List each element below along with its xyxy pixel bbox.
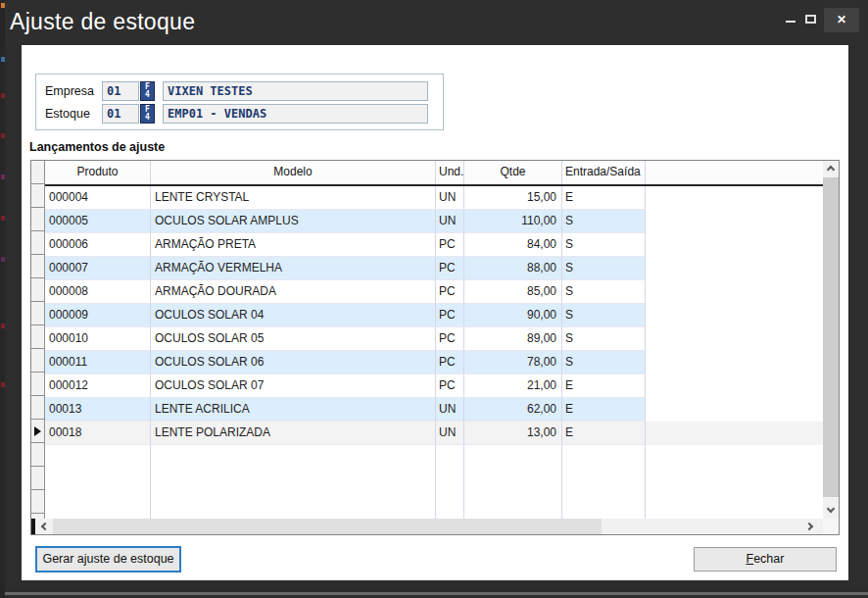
estoque-code-field[interactable]: 01	[102, 104, 139, 124]
table-row[interactable]: 000012 OCULOS SOLAR 07 PC 21,00 E	[45, 374, 823, 398]
cell-und[interactable]: PC	[436, 304, 464, 327]
scroll-down-icon[interactable]	[823, 502, 839, 519]
maximize-icon[interactable]	[805, 15, 816, 24]
cell-es[interactable]: S	[562, 210, 646, 233]
close-button-rest: echar	[753, 552, 784, 566]
cell-modelo[interactable]: LENTE ACRILICA	[151, 398, 436, 422]
col-header-blank	[646, 161, 823, 184]
empresa-label: Empresa	[45, 81, 96, 101]
table-row[interactable]: 000010 OCULOS SOLAR 05 PC 89,00 S	[45, 327, 823, 351]
close-form-button[interactable]: Fechar	[694, 547, 837, 572]
cell-qtde[interactable]: 110,00	[464, 210, 562, 233]
cell-produto[interactable]: 000006	[45, 233, 151, 257]
cell-produto[interactable]: 000004	[45, 186, 151, 210]
cell-es[interactable]: S	[562, 257, 646, 280]
cell-blank	[646, 351, 823, 374]
cell-und[interactable]: PC	[436, 374, 464, 398]
cell-es[interactable]: E	[562, 398, 646, 422]
cell-es[interactable]: S	[562, 351, 646, 374]
cell-qtde[interactable]: 89,00	[464, 327, 562, 351]
table-row[interactable]: 000007 ARMAÇÃO VERMELHA PC 88,00 S	[45, 257, 823, 280]
cell-es[interactable]: S	[562, 280, 646, 304]
grid-main: Produto Modelo Und. Qtde Entrada/Saída 0…	[45, 161, 823, 519]
cell-modelo[interactable]: ARMAÇÃO DOURADA	[151, 280, 436, 304]
cell-qtde[interactable]: 21,00	[464, 374, 562, 398]
col-header-modelo[interactable]: Modelo	[151, 161, 436, 184]
cell-es[interactable]: S	[562, 327, 646, 351]
cell-es[interactable]: E	[562, 374, 646, 398]
cell-produto[interactable]: 000011	[45, 351, 151, 374]
table-row[interactable]: 000009 OCULOS SOLAR 04 PC 90,00 S	[45, 304, 823, 327]
cell-modelo[interactable]: OCULOS SOLAR 07	[151, 374, 436, 398]
horizontal-scrollbar[interactable]	[31, 519, 839, 534]
empty-col	[436, 445, 464, 519]
empty-col	[464, 445, 562, 519]
scroll-right-icon[interactable]	[803, 519, 819, 534]
cell-und[interactable]: PC	[436, 351, 464, 374]
minimize-icon[interactable]	[786, 21, 796, 23]
table-row-selected[interactable]: 00018 LENTE POLARIZADA UN 13,00 E	[45, 422, 823, 445]
cell-modelo[interactable]: ARMAÇÃO VERMELHA	[151, 257, 436, 280]
cell-produto[interactable]: 000010	[45, 327, 151, 351]
cell-und[interactable]: PC	[436, 257, 464, 280]
col-header-und[interactable]: Und.	[436, 161, 464, 184]
horizontal-scroll-thumb[interactable]	[53, 519, 602, 534]
empresa-lookup-button[interactable]: F4	[140, 81, 155, 101]
cell-blank	[646, 280, 823, 304]
cell-qtde[interactable]: 90,00	[464, 304, 562, 327]
scroll-left-icon[interactable]	[36, 519, 52, 534]
empresa-name-field[interactable]: VIXEN TESTES	[163, 81, 428, 101]
cell-es[interactable]: S	[562, 233, 646, 257]
table-row[interactable]: 000004 LENTE CRYSTAL UN 15,00 E	[45, 186, 823, 210]
cell-und[interactable]: PC	[436, 280, 464, 304]
cell-produto[interactable]: 000005	[45, 210, 151, 233]
cell-und[interactable]: PC	[436, 327, 464, 351]
cell-modelo[interactable]: LENTE POLARIZADA	[151, 422, 436, 445]
cell-qtde[interactable]: 88,00	[464, 257, 562, 280]
table-row[interactable]: 00013 LENTE ACRILICA UN 62,00 E	[45, 398, 823, 422]
cell-qtde[interactable]: 84,00	[464, 233, 562, 257]
cell-es[interactable]: E	[562, 422, 646, 445]
cell-produto[interactable]: 00013	[45, 398, 151, 422]
cell-modelo[interactable]: OCULOS SOLAR 06	[151, 351, 436, 374]
table-row[interactable]: 000011 OCULOS SOLAR 06 PC 78,00 S	[45, 351, 823, 374]
close-icon[interactable]: ✕	[824, 8, 859, 32]
cell-qtde[interactable]: 62,00	[464, 398, 562, 422]
cell-und[interactable]: UN	[436, 186, 464, 210]
cell-und[interactable]: UN	[436, 210, 464, 233]
cell-es[interactable]: E	[562, 186, 646, 210]
cell-qtde[interactable]: 15,00	[464, 186, 562, 210]
table-row[interactable]: 000008 ARMAÇÃO DOURADA PC 85,00 S	[45, 280, 823, 304]
cell-produto[interactable]: 000012	[45, 374, 151, 398]
empresa-code-field[interactable]: 01	[102, 81, 139, 101]
col-header-produto[interactable]: Produto	[45, 161, 151, 184]
cell-und[interactable]: PC	[436, 233, 464, 257]
vertical-scrollbar[interactable]	[823, 161, 839, 519]
cell-qtde[interactable]: 78,00	[464, 351, 562, 374]
table-row[interactable]: 000006 ARMAÇÃO PRETA PC 84,00 S	[45, 233, 823, 257]
cell-produto[interactable]: 000007	[45, 257, 151, 280]
estoque-name-field[interactable]: EMP01 - VENDAS	[163, 104, 428, 124]
cell-qtde[interactable]: 13,00	[464, 422, 562, 445]
estoque-lookup-button[interactable]: F4	[140, 104, 155, 124]
title-bar: Ajuste de estoque ✕	[5, 0, 868, 45]
scroll-up-icon[interactable]	[823, 161, 839, 177]
cell-es[interactable]: S	[562, 304, 646, 327]
cell-und[interactable]: UN	[436, 422, 464, 445]
cell-und[interactable]: UN	[436, 398, 464, 422]
cell-modelo[interactable]: LENTE CRYSTAL	[151, 186, 436, 210]
cell-modelo[interactable]: OCULOS SOLAR 05	[151, 327, 436, 351]
cell-produto[interactable]: 000009	[45, 304, 151, 327]
col-header-qtde[interactable]: Qtde	[464, 161, 562, 184]
cell-blank	[646, 257, 823, 280]
cell-produto[interactable]: 00018	[45, 422, 151, 445]
cell-modelo[interactable]: OCULOS SOLAR 04	[151, 304, 436, 327]
cell-produto[interactable]: 000008	[45, 280, 151, 304]
cell-modelo[interactable]: ARMAÇÃO PRETA	[151, 233, 436, 257]
col-header-es[interactable]: Entrada/Saída	[562, 161, 646, 184]
table-row[interactable]: 000005 OCULOS SOLAR AMPLUS UN 110,00 S	[45, 210, 823, 233]
cell-qtde[interactable]: 85,00	[464, 280, 562, 304]
generate-adjustment-button[interactable]: Gerar ajuste de estoque	[35, 546, 181, 573]
vertical-scroll-thumb[interactable]	[823, 177, 839, 497]
cell-modelo[interactable]: OCULOS SOLAR AMPLUS	[151, 210, 436, 233]
